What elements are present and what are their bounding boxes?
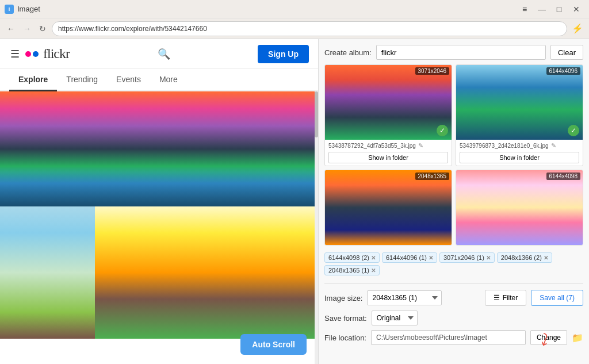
tag-1: 6144x4096 (1) ✕ (382, 252, 437, 263)
images-grid: 3071x2046 ✓ 53438787292_4df7a53d55_3k.jp… (324, 64, 583, 246)
tag-4: 2048x1365 (1) ✕ (324, 265, 380, 275)
edit-icon-1[interactable]: ✎ (418, 142, 423, 150)
tag-0: 6144x4098 (2) ✕ (324, 252, 380, 263)
hero-image-simulation (0, 91, 318, 206)
save-all-button[interactable]: Save all (7) (531, 290, 583, 306)
clear-button[interactable]: Clear (550, 45, 583, 60)
tags-area: 6144x4098 (2) ✕ 6144x4096 (1) ✕ 3071x204… (324, 250, 583, 278)
image-dimensions-3: 2048x1365 (415, 173, 450, 180)
flickr-hero-image (0, 91, 318, 206)
scroll-thumb (315, 91, 318, 137)
image-card-3: 2048x1365 (324, 170, 452, 246)
tag-remove-4[interactable]: ✕ (371, 267, 376, 274)
folder-icon-button[interactable]: 📁 (572, 332, 583, 343)
signup-button[interactable]: Sign Up (258, 45, 309, 63)
hamburger-menu[interactable]: ☰ (9, 47, 21, 62)
tag-remove-1[interactable]: ✕ (429, 255, 433, 261)
image-card-2: 6144x4096 ✓ 53439796873_2d42e181e0_6k.jp… (456, 64, 583, 166)
size-left: Image size: 2048x1365 (1) (324, 290, 442, 305)
flickr-dot-blue (33, 51, 39, 57)
format-select[interactable]: Original JPG PNG WebP (372, 311, 418, 325)
size-row: Image size: 2048x1365 (1) ☰ Filter Save … (324, 290, 583, 306)
window-controls: ≡ — □ ✕ (517, 3, 584, 16)
imaget-panel: Create album: Clear 3071x2046 ✓ 53438787… (319, 39, 589, 364)
tag-label-1: 6144x4096 (1) (386, 254, 427, 261)
maximize-button[interactable]: □ (551, 3, 567, 16)
tag-remove-3[interactable]: ✕ (544, 255, 548, 261)
app-title: Imaget (17, 5, 40, 13)
nav-item-explore[interactable]: Explore (9, 69, 57, 91)
flickr-browser-panel: ☰ flickr 🔍 Sign Up Explore Trending Even… (0, 39, 319, 364)
image-card-1: 3071x2046 ✓ 53438787292_4df7a53d55_3k.jp… (324, 64, 452, 166)
image-dimensions-1: 3071x2046 (415, 67, 450, 75)
tag-3: 2048x1366 (2) ✕ (497, 252, 552, 263)
title-bar: I Imaget ≡ — □ ✕ (0, 0, 589, 18)
flickr-logo-area: ☰ flickr (9, 46, 70, 62)
tag-remove-2[interactable]: ✕ (486, 255, 491, 261)
album-row: Create album: Clear (324, 45, 583, 60)
address-bar[interactable] (52, 21, 567, 36)
close-button[interactable]: ✕ (568, 3, 584, 16)
show-folder-btn-2[interactable]: Show in folder (460, 152, 579, 163)
flickr-search-button[interactable]: 🔍 (158, 48, 170, 60)
divider (324, 283, 583, 284)
format-row: Save format: Original JPG PNG WebP (324, 311, 583, 325)
nav-item-more[interactable]: More (150, 69, 187, 91)
hero-overlay (0, 172, 318, 206)
back-button[interactable]: ← (5, 23, 17, 35)
flickr-header: ☰ flickr 🔍 Sign Up (0, 39, 318, 69)
image-thumb-3 (325, 170, 452, 245)
show-folder-btn-1[interactable]: Show in folder (328, 152, 448, 163)
flickr-logo-text: flickr (43, 46, 70, 62)
grid-right-image-sim (95, 206, 318, 339)
extension-button[interactable]: ⚡ (571, 22, 584, 35)
image-filename-1: 53438787292_4df7a53d55_3k.jpg ✎ (328, 142, 448, 150)
grid-image-left (0, 206, 95, 339)
minimize-button[interactable]: — (534, 3, 550, 16)
app-icon: I (5, 5, 14, 14)
image-dimensions-4: 6144x4098 (546, 173, 581, 180)
tag-label-3: 2048x1366 (2) (501, 254, 542, 261)
browser-chrome: ← → ↻ ⚡ (0, 18, 589, 39)
filter-label: Filter (503, 294, 518, 302)
nav-item-trending[interactable]: Trending (57, 69, 107, 91)
image-thumb-4 (456, 170, 583, 245)
flickr-content: Auto Scroll (0, 91, 318, 364)
grid-image-right (95, 206, 318, 339)
tag-label-4: 2048x1365 (1) (328, 267, 369, 274)
menu-button[interactable]: ≡ (517, 3, 533, 16)
image-info-2: 53439796873_2d42e181e0_6k.jpg ✎ Show in … (456, 140, 583, 166)
auto-scroll-button[interactable]: Auto Scroll (240, 334, 307, 355)
flickr-nav: Explore Trending Events More (0, 69, 318, 91)
main-layout: ☰ flickr 🔍 Sign Up Explore Trending Even… (0, 39, 589, 364)
image-thumb-1 (325, 65, 452, 140)
image-thumb-container-1: 3071x2046 ✓ (325, 65, 452, 140)
scroll-indicator[interactable] (315, 91, 318, 364)
flickr-dots (25, 51, 39, 57)
change-button[interactable]: Change (530, 330, 567, 345)
tag-2: 3071x2046 (1) ✕ (439, 252, 495, 263)
file-location-label: File location: (324, 334, 366, 342)
format-label: Save format: (324, 314, 367, 323)
file-location-input[interactable] (371, 330, 526, 345)
grid-left-image-sim (0, 206, 95, 339)
size-select[interactable]: 2048x1365 (1) (367, 290, 442, 305)
tag-label-2: 3071x2046 (1) (443, 254, 484, 261)
image-thumb-container-4: 6144x4098 (456, 170, 583, 245)
title-bar-left: I Imaget (5, 5, 40, 14)
album-input[interactable] (376, 45, 546, 60)
forward-button[interactable]: → (21, 23, 33, 35)
image-thumb-container-2: 6144x4096 ✓ (456, 65, 583, 140)
refresh-button[interactable]: ↻ (37, 23, 48, 35)
tag-remove-0[interactable]: ✕ (371, 255, 376, 261)
size-label: Image size: (324, 294, 362, 302)
tag-label-0: 6144x4098 (2) (328, 254, 369, 261)
album-label: Create album: (324, 48, 372, 57)
image-check-1: ✓ (437, 125, 448, 136)
edit-icon-2[interactable]: ✎ (551, 142, 556, 150)
filter-button[interactable]: ☰ Filter (485, 290, 527, 306)
flickr-grid (0, 206, 318, 339)
image-card-4: 6144x4098 (456, 170, 583, 246)
nav-item-events[interactable]: Events (107, 69, 150, 91)
image-thumb-2 (456, 65, 583, 140)
